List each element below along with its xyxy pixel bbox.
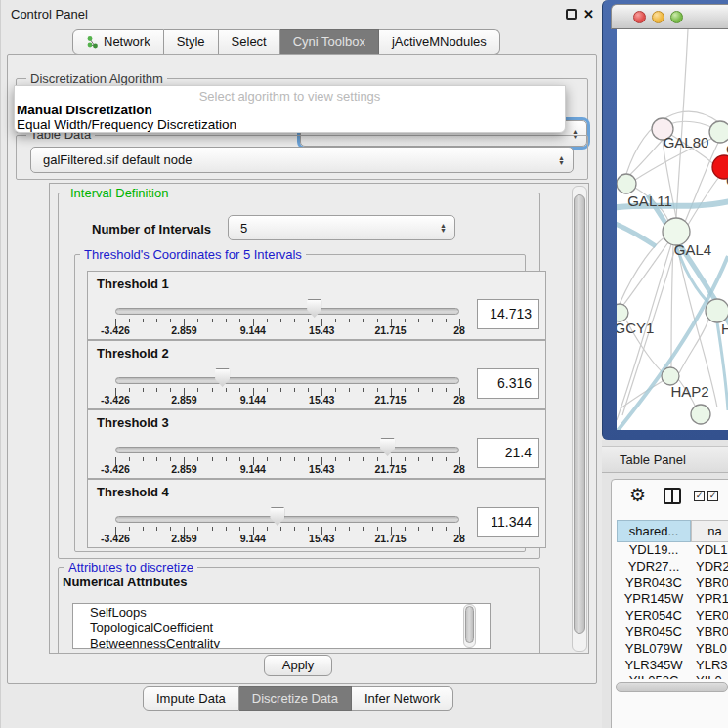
tab-impute-data[interactable]: Impute Data — [143, 686, 239, 711]
slider-track[interactable] — [115, 377, 459, 384]
network-window-titlebar[interactable] — [611, 4, 728, 29]
table-row[interactable]: YPR145WYPR1 — [617, 591, 728, 608]
cell-name: YBR0 — [691, 624, 728, 641]
slider-tick — [212, 319, 213, 322]
zoom-traffic-light[interactable] — [670, 11, 683, 23]
network-edge[interactable] — [671, 245, 673, 367]
table-row[interactable]: YER054CYER0 — [617, 608, 728, 624]
threshold-label: Threshold 4 — [97, 485, 169, 499]
slider-tick-label: -3.426 — [101, 463, 130, 475]
slider-tick — [226, 388, 227, 392]
network-edge[interactable] — [623, 242, 668, 305]
number-of-intervals-combobox[interactable]: 5 ▲▼ — [228, 215, 455, 240]
attribute-item[interactable]: TopologicalCoefficient — [73, 620, 490, 635]
numerical-attributes-list[interactable]: SelfLoopsTopologicalCoefficientBetweenne… — [72, 603, 491, 649]
cyni-toolbox-panel: Discretization Algorithm ▲▼ Table Data g… — [7, 54, 597, 684]
slider-tick — [294, 527, 295, 531]
threshold-value-field[interactable]: 21.4 — [477, 438, 539, 468]
slider-track[interactable] — [115, 308, 459, 315]
column-header-0[interactable]: shared... — [617, 520, 691, 542]
minimize-traffic-light[interactable] — [652, 11, 664, 23]
tab-jactivemnodules[interactable]: jActiveMNodules — [379, 29, 500, 55]
slider-tick — [335, 457, 336, 461]
settings-scroll-viewport: Interval Definition Number of Intervals … — [49, 183, 589, 654]
table-row[interactable]: YDL19...YDL1 — [617, 542, 728, 559]
table-row[interactable]: YBL079WYBL0 — [617, 641, 728, 658]
network-edge-thick[interactable] — [617, 219, 656, 246]
settings-scrollbar[interactable] — [572, 186, 587, 652]
tab-select[interactable]: Select — [219, 29, 280, 55]
slider-tick — [335, 388, 336, 392]
table-horizontal-scrollbar[interactable] — [616, 682, 728, 692]
slider-handle[interactable] — [380, 438, 395, 456]
gear-icon[interactable]: ⚙ — [629, 484, 646, 506]
float-window-icon[interactable] — [566, 9, 577, 20]
slider-tick-label: 9.144 — [240, 533, 266, 544]
slider-tick — [197, 319, 198, 322]
network-node[interactable] — [691, 405, 710, 424]
tab-label: Network — [104, 30, 150, 54]
network-canvas[interactable]: GAL80GALCGAL11GAL4GCY1HHAP2 — [617, 29, 728, 430]
tab-network[interactable]: Network — [72, 29, 164, 55]
table-row[interactable]: YIL052CYIL0 — [617, 673, 728, 679]
table-panel-header[interactable]: Table Panel — [602, 446, 728, 473]
select-all-columns-icon[interactable]: ✓ — [707, 491, 718, 501]
tab-style[interactable]: Style — [164, 29, 219, 55]
slider-tick — [129, 527, 130, 531]
network-edge[interactable] — [679, 320, 708, 373]
slider-tick-label: 15.43 — [309, 533, 334, 544]
table-row[interactable]: YBR045CYBR0 — [617, 624, 728, 641]
settings-scrollbar-thumb[interactable] — [574, 194, 585, 634]
column-header-1[interactable]: na — [691, 520, 728, 542]
apply-button[interactable]: Apply — [264, 655, 332, 676]
slider-handle[interactable] — [270, 507, 284, 526]
network-node[interactable] — [706, 299, 728, 322]
slider-handle[interactable] — [215, 368, 230, 387]
select-columns-icon[interactable]: ✓ — [694, 491, 705, 501]
threshold-row-2: Threshold 2-3.4262.8599.14415.4321.71528… — [87, 340, 546, 409]
attribute-item[interactable]: BetweennessCentrality — [73, 635, 490, 649]
slider-track[interactable] — [115, 516, 459, 523]
attribute-item[interactable]: SelfLoops — [73, 604, 490, 620]
threshold-value-field[interactable]: 11.344 — [477, 507, 539, 537]
slider-track[interactable] — [115, 447, 459, 453]
threshold-value-field[interactable]: 6.316 — [477, 368, 539, 399]
slider-handle[interactable] — [307, 299, 321, 318]
table-row[interactable]: YBR043CYBR0 — [617, 576, 728, 592]
threshold-label: Threshold 2 — [97, 346, 169, 361]
popup-item-1[interactable]: Equal Width/Frequency Discretization — [17, 117, 236, 132]
network-window[interactable]: GAL80GALCGAL11GAL4GCY1HHAP2 — [602, 0, 728, 440]
slider-tick — [446, 527, 447, 531]
network-node[interactable] — [617, 174, 636, 193]
slider-tick — [308, 527, 309, 531]
split-table-icon[interactable] — [664, 488, 681, 504]
threshold-value-field[interactable]: 14.713 — [477, 299, 539, 329]
network-edge[interactable] — [669, 121, 715, 129]
attributes-scrollbar-thumb[interactable] — [465, 606, 474, 643]
network-edge[interactable] — [621, 381, 663, 408]
table-row[interactable]: YLR345WYLR3 — [617, 658, 728, 674]
tab-discretize-data[interactable]: Discretize Data — [239, 686, 352, 711]
network-edge[interactable] — [676, 29, 688, 218]
attributes-list-scrollbar[interactable] — [463, 604, 476, 648]
slider-tick-label: 9.144 — [240, 394, 266, 406]
network-edge[interactable] — [620, 237, 664, 304]
slider-tick — [267, 388, 268, 392]
network-edge[interactable] — [688, 177, 719, 225]
table-row[interactable]: YDR27...YDR2 — [617, 559, 728, 576]
table-data-combobox[interactable]: galFiltered.sif default node ▲▼ — [30, 147, 574, 173]
close-icon[interactable]: ✕ — [583, 9, 594, 20]
tab-cyni-toolbox[interactable]: Cyni Toolbox — [280, 29, 379, 55]
slider-tick — [280, 319, 281, 322]
close-traffic-light[interactable] — [633, 11, 646, 23]
popup-item-0[interactable]: Manual Discretization — [17, 103, 152, 117]
slider-tick — [405, 388, 406, 392]
slider-tick — [143, 457, 144, 461]
slider-tick — [212, 457, 213, 461]
slider-tick — [335, 319, 336, 322]
slider-tick — [446, 457, 447, 461]
slider-tick — [129, 388, 130, 392]
network-node[interactable] — [709, 121, 728, 143]
tab-infer-network[interactable]: Infer Network — [352, 686, 453, 711]
slider-tick — [280, 457, 281, 461]
